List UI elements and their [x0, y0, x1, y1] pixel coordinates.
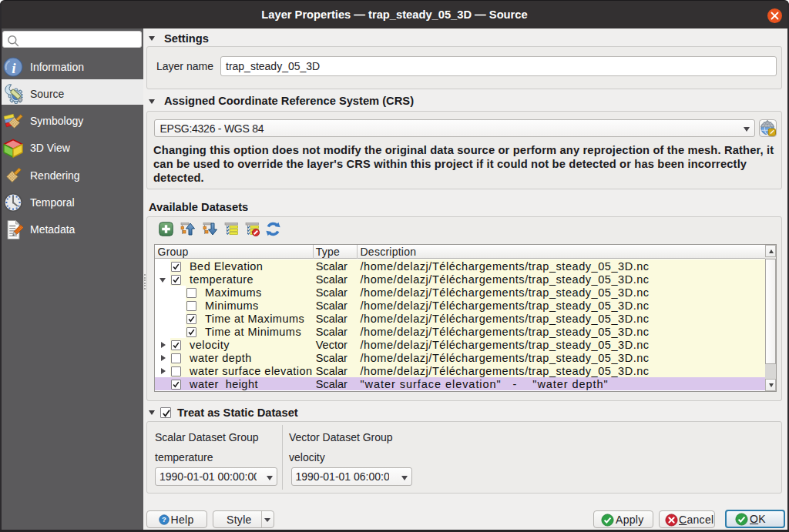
svg-text:i: i [12, 60, 16, 76]
svg-text:?: ? [162, 515, 166, 524]
